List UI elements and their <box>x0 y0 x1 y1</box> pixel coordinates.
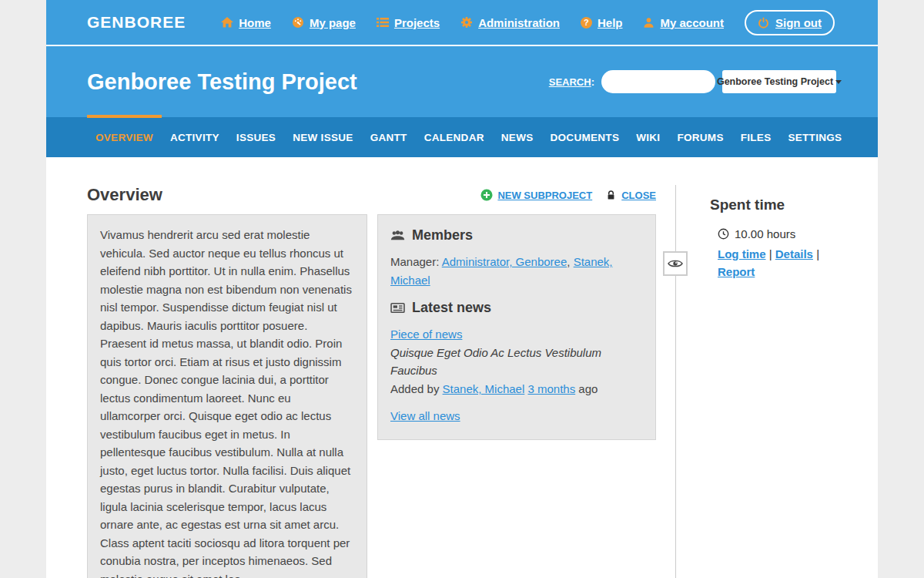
question-icon: ? <box>581 17 592 29</box>
tab-documents[interactable]: DOCUMENTS <box>541 117 628 157</box>
contextual-actions: NEW SUBPROJECT CLOSE <box>480 189 656 201</box>
person-icon <box>643 17 654 29</box>
spent-hours-value: 10.00 hours <box>735 227 795 240</box>
top-navbar: GENBOREE Home My page Projects <box>46 0 878 46</box>
project-title: Genboree Testing Project <box>87 69 357 95</box>
report-link[interactable]: Report <box>718 265 755 278</box>
clock-icon <box>718 228 729 240</box>
chevron-down-icon <box>835 80 842 84</box>
nav-projects[interactable]: Projects <box>377 16 440 29</box>
members-icon <box>390 230 405 241</box>
log-time-link[interactable]: Log time <box>718 247 766 260</box>
power-icon <box>758 17 769 29</box>
lock-icon <box>605 190 617 201</box>
news-added-by-label: Added by <box>390 382 439 395</box>
members-news-box: Members Manager: Administrator, Genboree… <box>377 214 656 440</box>
news-summary: Quisque Eget Odio Ac Lectus Vestibulum F… <box>390 346 601 378</box>
search-label[interactable]: SEARCH: <box>549 76 594 88</box>
app-logo: GENBOREE <box>87 13 186 32</box>
tab-issues[interactable]: ISSUES <box>228 117 284 157</box>
news-entry: Piece of news Quisque Eget Odio Ac Lectu… <box>390 325 643 398</box>
spent-time-sidebar: Spent time 10.00 hours Log time | Detail… <box>710 197 872 281</box>
sign-out-button[interactable]: Sign out <box>745 10 835 35</box>
tab-files[interactable]: FILES <box>732 117 780 157</box>
toggle-sidebar-button[interactable] <box>663 251 688 276</box>
spent-time-heading: Spent time <box>710 197 872 213</box>
tab-news[interactable]: NEWS <box>493 117 542 157</box>
project-selector-dropdown[interactable]: Genboree Testing Project <box>722 70 836 93</box>
tab-new-issue[interactable]: NEW ISSUE <box>284 117 361 157</box>
tab-activity[interactable]: ACTIVITY <box>162 117 228 157</box>
time-links: Log time | Details | Report <box>718 245 835 281</box>
project-description-box: Vivamus hendrerit arcu sed erat molestie… <box>87 214 367 578</box>
sidebar-divider <box>675 185 676 578</box>
project-header: Genboree Testing Project SEARCH: Genbore… <box>46 46 878 117</box>
nav-my-page[interactable]: My page <box>292 16 356 29</box>
search-area: SEARCH: Genboree Testing Project <box>549 70 836 93</box>
page-title: Overview <box>87 185 162 205</box>
main-navigation: Home My page Projects Administration <box>221 10 835 35</box>
tab-wiki[interactable]: WIKI <box>628 117 668 157</box>
tab-gantt[interactable]: GANTT <box>362 117 416 157</box>
close-project-button[interactable]: CLOSE <box>605 190 656 201</box>
plus-circle-icon <box>480 189 493 201</box>
newspaper-icon <box>390 302 405 314</box>
new-subproject-button[interactable]: NEW SUBPROJECT <box>480 189 592 201</box>
tab-overview[interactable]: OVERVIEW <box>87 117 162 157</box>
eye-icon <box>668 258 683 269</box>
list-icon <box>377 17 389 28</box>
manager-role-label: Manager: <box>390 255 439 268</box>
gear-icon <box>460 16 473 29</box>
search-input[interactable] <box>601 70 715 93</box>
details-link[interactable]: Details <box>775 247 813 260</box>
news-time-link[interactable]: 3 months <box>527 382 575 395</box>
nav-home[interactable]: Home <box>221 16 271 29</box>
member-link-administrator-genboree[interactable]: Administrator, Genboree <box>442 255 567 268</box>
manager-line: Manager: Administrator, Genboree, Stanek… <box>390 253 643 289</box>
nav-my-account[interactable]: My account <box>643 16 724 29</box>
tab-settings[interactable]: SETTINGS <box>779 117 850 157</box>
news-author-link[interactable]: Stanek, Michael <box>443 382 525 395</box>
members-heading: Members <box>390 227 643 244</box>
content-area: Overview NEW SUBPROJECT CLOSE <box>46 157 878 578</box>
content-header: Overview NEW SUBPROJECT CLOSE <box>87 185 656 205</box>
spent-hours-row: 10.00 hours <box>718 225 872 243</box>
overview-boxes: Vivamus hendrerit arcu sed erat molestie… <box>87 214 656 578</box>
nav-help[interactable]: ? Help <box>581 16 623 29</box>
tab-forums[interactable]: FORUMS <box>668 117 732 157</box>
view-all-news-link[interactable]: View all news <box>390 407 460 425</box>
home-icon <box>221 17 233 28</box>
news-title-link[interactable]: Piece of news <box>390 328 462 341</box>
gauge-icon <box>292 16 304 29</box>
app-window: GENBOREE Home My page Projects <box>46 0 878 578</box>
nav-administration[interactable]: Administration <box>460 16 560 29</box>
latest-news-heading: Latest news <box>390 300 643 316</box>
main-column: Overview NEW SUBPROJECT CLOSE <box>46 157 675 578</box>
news-ago-label: ago <box>578 382 598 395</box>
tab-calendar[interactable]: CALENDAR <box>416 117 493 157</box>
project-tabbar: OVERVIEW ACTIVITY ISSUES NEW ISSUE GANTT… <box>46 117 878 157</box>
